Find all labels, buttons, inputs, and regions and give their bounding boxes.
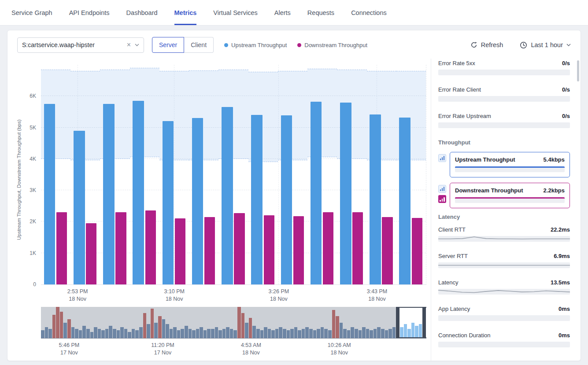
metric-card-downstream-throughput[interactable]: Downstream Throughput2.2kbps [450, 183, 570, 208]
nav-item-virtual-services[interactable]: Virtual Services [213, 0, 257, 25]
bar-chart-icon[interactable] [438, 185, 446, 193]
bar-upstream[interactable] [399, 118, 410, 284]
y-tick-label: 4K [30, 156, 36, 162]
card-icon-col [438, 183, 446, 203]
metric-block-server-rtt: Server RTT6.9ms [438, 253, 570, 268]
bar-downstream[interactable] [234, 213, 244, 284]
service-filter-value: S:cartservice.waap-hipster [22, 41, 123, 48]
tick-time: 10:26 AM [328, 342, 351, 349]
bar-upstream[interactable] [251, 115, 263, 284]
bar-downstream[interactable] [86, 223, 96, 284]
x-tick-label: 3:10 PM18 Nov [164, 288, 185, 303]
metric-row: Server RTT6.9ms [438, 253, 570, 259]
y-tick-label: 5K [30, 125, 36, 131]
bar-downstream[interactable] [352, 212, 363, 284]
section-title-latency: Latency [438, 214, 570, 220]
tick-date: 18 Nov [241, 349, 261, 357]
nav-item-dashboard[interactable]: Dashboard [126, 0, 158, 25]
metric-card-row: Upstream Throughput5.4kbps [438, 152, 570, 177]
tick-date: 18 Nov [164, 295, 185, 303]
nav-item-connections[interactable]: Connections [351, 0, 387, 25]
nav-item-api-endpoints[interactable]: API Endpoints [69, 0, 110, 25]
metric-sparkline [455, 197, 565, 203]
metric-card-upstream-throughput[interactable]: Upstream Throughput5.4kbps [450, 152, 570, 177]
service-filter-select[interactable]: S:cartservice.waap-hipster × [17, 37, 144, 53]
bar-upstream[interactable] [74, 131, 85, 284]
time-range-selector[interactable]: Last 1 hour [520, 41, 571, 49]
tick-date: 18 Nov [367, 295, 388, 303]
bar-upstream[interactable] [370, 114, 381, 284]
bar-downstream[interactable] [145, 210, 156, 284]
metric-row: App Latency0ms [438, 306, 570, 312]
bar-downstream[interactable] [412, 218, 422, 284]
legend-downstream-throughput: Downstream Throughput [297, 42, 367, 48]
bar-upstream[interactable] [163, 121, 174, 284]
brush-selection[interactable] [396, 307, 426, 338]
metric-row: Upstream Throughput5.4kbps [455, 156, 565, 163]
bar-upstream[interactable] [44, 104, 55, 284]
metric-row: Connection Duration0ms [438, 332, 570, 339]
y-tick-label: 3K [30, 187, 36, 193]
metric-label: Error Rate 5xx [438, 60, 475, 66]
nav-item-requests[interactable]: Requests [307, 0, 334, 25]
mode-server-button[interactable]: Server [152, 37, 184, 53]
bar-chart-icon[interactable] [438, 154, 446, 162]
bar-downstream[interactable] [264, 215, 274, 284]
x-tick-label: 3:26 PM18 Nov [269, 288, 289, 303]
nav-item-metrics[interactable]: Metrics [174, 0, 197, 25]
bar-upstream[interactable] [103, 104, 115, 284]
card-icon-col [438, 152, 446, 162]
metric-value: 0/s [562, 113, 570, 119]
metric-row: Error Rate Upstream0/s [438, 113, 570, 119]
bar-downstream[interactable] [175, 218, 185, 284]
sidebar-scrollbar[interactable] [577, 60, 579, 81]
y-axis-label: Upstream Throughput, Downstream Throughp… [16, 119, 22, 240]
spark-line [455, 166, 565, 168]
refresh-button[interactable]: Refresh [470, 41, 503, 48]
bar-downstream[interactable] [204, 217, 215, 284]
x-tick-label: 11:20 PM17 Nov [151, 342, 174, 357]
x-tick-label: 10:26 AM18 Nov [328, 342, 351, 357]
time-brush-minimap[interactable] [41, 307, 426, 339]
metric-sparkline [438, 236, 570, 242]
bar-upstream[interactable] [311, 102, 322, 284]
tick-time: 11:20 PM [151, 342, 174, 349]
bar-downstream[interactable] [115, 212, 126, 284]
bar-upstream[interactable] [340, 103, 351, 284]
tick-time: 5:46 PM [59, 342, 80, 349]
clear-filter-icon[interactable]: × [123, 41, 135, 49]
tick-date: 18 Nov [328, 349, 351, 357]
y-tick-label: 6K [30, 93, 36, 99]
bar-upstream[interactable] [281, 115, 292, 284]
legend-label: Upstream Throughput [231, 42, 287, 48]
mode-client-button[interactable]: Client [184, 37, 214, 53]
metric-block-app-latency: App Latency0ms [438, 306, 570, 321]
metric-sparkline [455, 166, 565, 172]
metric-block-client-rtt: Client RTT22.2ms [438, 226, 570, 242]
metric-row: Error Rate 5xx0/s [438, 60, 570, 66]
legend-upstream-throughput: Upstream Throughput [224, 42, 287, 48]
chevron-down-icon [135, 44, 139, 46]
bar-downstream[interactable] [293, 216, 304, 284]
bar-upstream[interactable] [222, 107, 233, 284]
metric-sparkline [438, 96, 570, 102]
bar-upstream[interactable] [192, 118, 203, 284]
bar-downstream[interactable] [382, 217, 392, 284]
bar-upstream[interactable] [133, 101, 144, 284]
metric-row: Error Rate Client0/s [438, 86, 570, 93]
bar-downstream[interactable] [323, 212, 333, 284]
mode-toggle: ServerClient [152, 37, 214, 53]
tick-time: 3:43 PM [367, 288, 388, 295]
metric-value: 0ms [558, 306, 570, 312]
metric-label: Client RTT [438, 226, 466, 233]
bar-chart-icon[interactable] [438, 195, 446, 203]
metric-label: App Latency [438, 306, 470, 312]
chart-plot-area[interactable]: 01K2K3K4K5K6K [41, 65, 426, 285]
gridline [41, 190, 426, 190]
nav-item-alerts[interactable]: Alerts [274, 0, 291, 25]
nav-item-service-graph[interactable]: Service Graph [11, 0, 52, 25]
metric-sparkline [438, 262, 570, 268]
metrics-sidebar: Error Rate 5xx0/sError Rate Client0/sErr… [431, 59, 581, 361]
gridline [41, 221, 426, 221]
bar-downstream[interactable] [56, 212, 67, 284]
